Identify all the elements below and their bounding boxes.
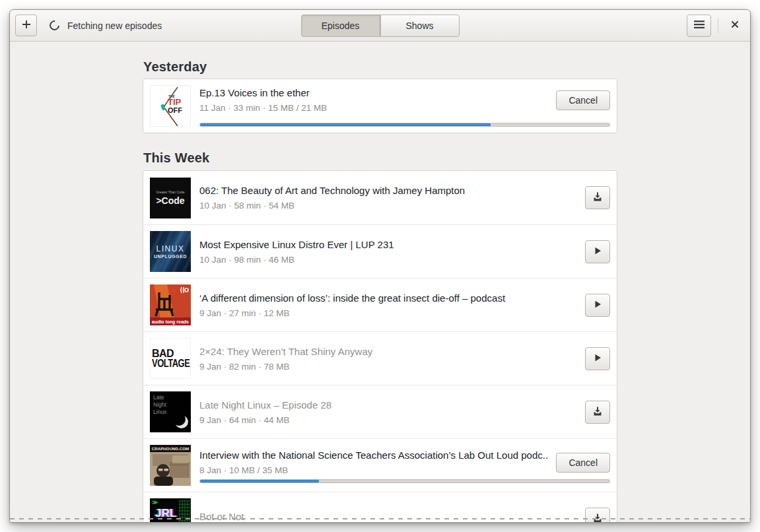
podcast-artwork-linux-unplugged: LINUX UNPLUGGED xyxy=(150,231,191,272)
episode-row-craphound[interactable]: CRAPHOUND.COM Interview with the Nationa… xyxy=(143,438,617,492)
menu-button[interactable] xyxy=(687,15,711,37)
download-icon xyxy=(592,406,603,418)
episode-metadata: 11 Jan · 33 min · 15 MB / 21 MB xyxy=(199,103,548,113)
episode-metadata: 10 Jan · 58 min · 54 MB xyxy=(199,201,576,211)
podcast-artwork-craphound: CRAPHOUND.COM xyxy=(150,445,191,486)
cancel-download-button[interactable]: Cancel xyxy=(556,90,610,110)
cancel-download-button[interactable]: Cancel xyxy=(556,453,610,473)
episode-row-bad-voltage[interactable]: BAD VOLTAGE 2×24: They Weren’t That Shin… xyxy=(143,331,617,385)
app-window: Fetching new episodes Episodes Shows xyxy=(9,9,751,523)
download-button[interactable] xyxy=(585,401,610,424)
episode-metadata: 9 Jan · 27 min · 12 MB xyxy=(199,308,576,318)
headerbar: Fetching new episodes Episodes Shows xyxy=(10,10,750,42)
download-progressbar xyxy=(199,123,610,127)
svg-text:CRAPHOUND.COM: CRAPHOUND.COM xyxy=(152,446,189,451)
episode-row-tipoff[interactable]: THE TIP OFF Ep.13 Voices in the ether 11… xyxy=(143,79,617,133)
add-podcast-button[interactable] xyxy=(15,15,37,36)
episode-title: 2×24: They Weren’t That Shiny Anyway xyxy=(199,346,576,357)
close-window-button[interactable] xyxy=(725,16,745,36)
tab-episodes[interactable]: Episodes xyxy=(301,15,380,37)
plus-icon xyxy=(22,20,31,31)
episode-metadata: 9 Jan · 64 min · 44 MB xyxy=(199,415,576,425)
podcast-artwork-greater-than-code: Greater Than Code >Code xyxy=(150,178,191,218)
scroll-undershoot-indicator xyxy=(10,518,750,519)
status-text: Fetching new episodes xyxy=(67,20,162,31)
episode-title: Ep.13 Voices in the ether xyxy=(199,87,548,98)
episode-title: ‘A different dimension of loss’: inside … xyxy=(199,292,576,304)
play-button[interactable] xyxy=(585,240,610,263)
episode-metadata: 10 Jan · 98 min · 46 MB xyxy=(199,255,576,265)
podcast-artwork-bad-voltage: BAD VOLTAGE xyxy=(150,338,191,379)
view-switcher: Episodes Shows xyxy=(301,15,460,37)
episode-title: Bot or Not xyxy=(199,511,576,522)
episode-title: Late Night Linux – Episode 28 xyxy=(199,399,576,411)
episode-title: Most Expensive Linux Distro Ever | LUP 2… xyxy=(199,239,576,250)
section-heading-this-week: This Week xyxy=(143,150,617,166)
episode-metadata: 9 Jan · 82 min · 78 MB xyxy=(199,362,576,372)
download-progressbar xyxy=(199,479,610,483)
podcast-artwork-late-night-linux: Late Night Linux xyxy=(150,391,191,432)
download-icon xyxy=(592,513,603,523)
header-right-controls xyxy=(687,15,745,37)
podcast-artwork-the-tip-off: THE TIP OFF xyxy=(150,85,191,127)
play-button[interactable] xyxy=(585,294,610,317)
header-separator xyxy=(718,18,718,33)
guardian-mark-icon xyxy=(180,286,189,294)
podcast-artwork-audio-long-reads: audio long reads xyxy=(150,284,191,325)
episode-row-lup[interactable]: LINUX UNPLUGGED Most Expensive Linux Dis… xyxy=(143,224,617,278)
episodes-view[interactable]: Yesterday THE TIP OFF Ep.13 Voices in th… xyxy=(10,42,750,522)
episode-metadata: 8 Jan · 10 MB / 35 MB xyxy=(199,465,548,475)
download-icon xyxy=(592,191,603,204)
episode-title: 062: The Beauty of Art and Technology wi… xyxy=(199,185,576,196)
crescent-moon-icon xyxy=(171,413,190,431)
episode-row-late-night-linux[interactable]: Late Night Linux Late Night Linux – Epis… xyxy=(143,385,617,438)
episode-row-audio-long-reads[interactable]: audio long reads ‘A different dimension … xyxy=(143,278,617,331)
tab-shows[interactable]: Shows xyxy=(380,15,460,37)
episode-row-code[interactable]: Greater Than Code >Code 062: The Beauty … xyxy=(143,171,617,224)
hamburger-menu-icon xyxy=(694,20,705,31)
this-week-list: Greater Than Code >Code 062: The Beauty … xyxy=(143,170,617,522)
play-button[interactable] xyxy=(585,347,610,370)
play-icon xyxy=(592,352,603,365)
download-button[interactable] xyxy=(585,186,610,209)
download-button[interactable] xyxy=(585,508,610,523)
section-heading-yesterday: Yesterday xyxy=(143,59,617,75)
close-icon xyxy=(730,20,740,31)
play-icon xyxy=(592,246,603,258)
play-icon xyxy=(592,299,603,312)
loading-spinner-icon xyxy=(48,18,61,32)
episode-title: Interview with the National Science Teac… xyxy=(199,449,548,461)
